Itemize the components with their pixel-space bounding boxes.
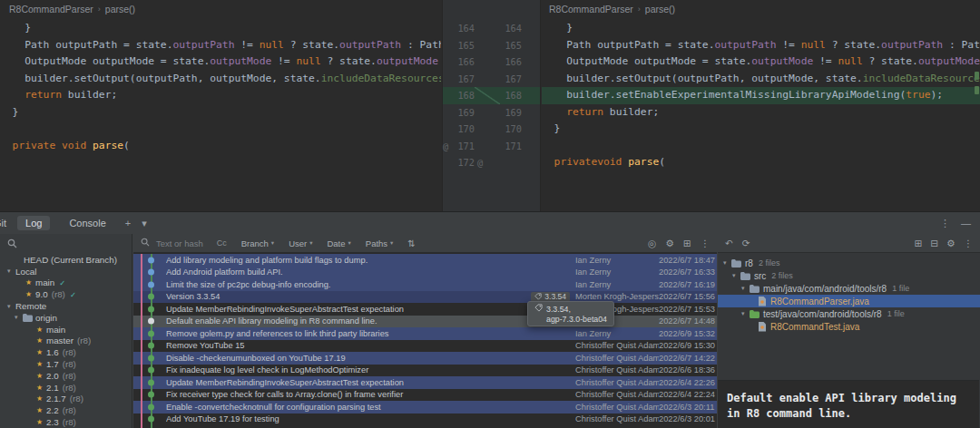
branch-item[interactable]: ★main [0,324,132,336]
add-tab-icon[interactable]: + [125,218,131,229]
code-line[interactable] [542,138,980,155]
code-line[interactable]: return builder; [0,87,441,104]
branch-item[interactable]: ★9.0(r8)✓ [0,288,132,300]
expand-all-icon[interactable]: ⊞ [914,238,922,248]
chevron-down-icon[interactable]: ▾ [7,303,15,310]
more-options-icon[interactable]: ⋮ [701,238,710,248]
breadcrumb-class[interactable]: R8CommandParser [9,4,93,15]
folder-item[interactable]: ▾main/java/com/android/tools/r81 file [718,282,980,295]
code-line[interactable]: OutputMode outputMode = state.outputMode… [542,54,980,71]
rollback-icon[interactable]: ↶ [725,238,733,248]
file-item[interactable]: R8CommandParser.java [718,295,980,307]
commit-row[interactable]: Update MemberRebindingInvokeSuperAbstrac… [133,303,717,316]
code-line[interactable]: privatevoid parse( [542,154,980,171]
code-line[interactable]: } [542,20,980,37]
refresh-icon[interactable]: ⟳ [742,238,750,248]
code-line[interactable]: Path outputPath = state.outputPath != nu… [542,37,980,54]
chevron-down-icon[interactable]: ▾ [741,310,750,317]
tab-dropdown-icon[interactable]: ▾ [142,218,147,229]
commit-row[interactable]: Add YouTube 17.19 for testingChristoffer… [133,413,717,426]
commit-row[interactable]: Default enable API library modeling in R… [133,316,717,328]
tab-log[interactable]: Log [17,216,50,230]
code-line[interactable]: } [0,104,441,122]
code-line[interactable]: Path outputPath = state.outputPath != nu… [0,37,441,54]
chevron-down-icon[interactable]: ▾ [741,285,750,292]
breadcrumb-method[interactable]: parse() [645,4,675,15]
folder-name: test/java/com/android/tools/r8 [763,309,882,319]
branch-item[interactable]: ★2.3(r8) [0,416,132,428]
branch-item[interactable]: ★1.6(r8) [0,346,132,358]
code-token: != [776,39,800,51]
chevron-down-icon[interactable]: ▾ [732,272,740,279]
filter-user[interactable]: User ▾ [289,238,312,248]
hide-panel-icon[interactable]: — [961,218,971,229]
commit-row[interactable]: Enable -convertchecknotnull for configur… [133,401,717,413]
breadcrumb-method[interactable]: parse() [105,4,135,15]
branch-item[interactable]: ▾Local [0,266,132,277]
branch-item[interactable]: ★2.1.7(r8) [0,394,132,405]
commit-date: 2022/6/9 15:32 [659,329,717,338]
filter-paths[interactable]: Paths ▾ [366,238,394,248]
commit-row[interactable]: Fix receiver type check for calls to Arr… [133,389,717,402]
code-line[interactable]: } [542,121,980,138]
chevron-down-icon[interactable]: ▾ [15,314,23,321]
more-options-icon[interactable]: ⋮ [964,238,974,248]
code-line[interactable]: OutputMode outputMode = state.outputMode… [0,54,441,71]
diff-left-editor[interactable]: } Path outputPath = state.outputPath != … [0,20,441,201]
code-line[interactable]: } [0,20,441,37]
search-icon[interactable] [7,236,17,252]
layout-icon[interactable]: ⊞ [683,238,691,248]
commit-row[interactable]: Fix inadequate log level check in LogMet… [133,365,717,377]
branch-item[interactable]: ★main✓ [0,277,132,289]
commit-row[interactable]: Add Android platform build API.Ian Zerny… [133,267,717,279]
branch-item[interactable]: ★2.0(r8) [0,370,132,382]
code-line[interactable]: return builder; [542,104,980,122]
folder-icon [750,310,760,318]
search-input[interactable]: Text or hash [156,238,203,248]
branch-item[interactable]: ★master(r8) [0,336,132,347]
settings-icon[interactable]: ⚙ [665,238,673,248]
collapse-all-icon[interactable]: ⊟ [930,238,938,248]
code-line[interactable] [0,121,441,138]
commit-row[interactable]: Remove golem.py and references to link t… [133,327,717,340]
settings-icon[interactable]: ⚙ [946,238,955,248]
commit-row[interactable]: Update MemberRebindingInvokeSuperAbstrac… [133,376,717,389]
filter-date[interactable]: Date ▾ [327,238,350,248]
branch-repo-suffix: (r8) [63,405,76,415]
search-icon[interactable] [141,238,150,248]
commit-row[interactable]: Disable -checkenumunboxed on YouTube 17.… [133,352,717,365]
commit-row[interactable]: Version 3.3.543.3.54Morten Krogh-Jespers… [133,291,717,304]
code-line[interactable]: builder.setOutput(outputPath, outputMode… [0,71,441,88]
code-line[interactable]: builder.setEnableExperimentalMissingLibr… [542,87,980,104]
commit-row[interactable]: Add library modeling and platform build … [133,254,717,267]
branch-item[interactable]: ★2.2(r8) [0,404,132,416]
breadcrumb-class[interactable]: R8CommandParser [549,4,633,15]
branch-item[interactable]: ▾origin [0,312,132,324]
chevron-down-icon[interactable]: ▾ [723,259,731,267]
branch-item[interactable]: HEAD (Current Branch) [0,254,132,266]
tab-console[interactable]: Console [61,216,113,230]
folder-item[interactable]: ▾src2 files [718,269,980,282]
scrollbar-change-marker[interactable] [975,72,979,80]
branch-item[interactable]: ▾Remote [0,300,132,312]
view-options-icon[interactable]: ◎ [648,238,656,248]
more-options-icon[interactable]: ⋮ [940,218,950,229]
branch-favorite-star-icon: ★ [36,394,46,403]
branch-item[interactable]: ★1.7(r8) [0,358,132,370]
file-item[interactable]: R8CommandTest.java [718,320,980,333]
filter-branch[interactable]: Branch ▾ [241,238,274,248]
folder-item[interactable]: ▾r82 files [718,257,980,269]
code-token: != [271,55,296,67]
diff-right-editor[interactable]: } Path outputPath = state.outputPath != … [542,20,980,201]
sort-icon[interactable]: ⇅ [407,238,415,248]
code-line[interactable]: builder.setOutput(outputPath, outputMode… [542,71,980,88]
commit-row[interactable]: Remove YouTube 15Christoffer Quist Adam2… [133,340,717,353]
code-token: } [0,106,18,118]
folder-item[interactable]: ▾test/java/com/android/tools/r81 file [718,307,980,320]
match-case-icon[interactable]: Cc [217,238,227,248]
commit-row[interactable]: Limit the size of pc2pc debug-info encod… [133,278,717,291]
scrollbar-change-marker[interactable] [975,86,979,94]
code-line[interactable]: private void parse( [0,138,441,155]
branch-item[interactable]: ★2.1(r8) [0,382,132,394]
chevron-down-icon[interactable]: ▾ [7,268,15,275]
